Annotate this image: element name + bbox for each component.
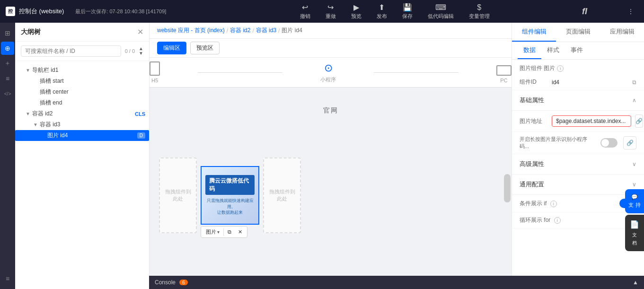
general-config-title[interactable]: 通用配置 ∨ <box>520 180 636 189</box>
publish-button[interactable]: ⬆ 发布 <box>370 1 394 22</box>
right-content: 图片组件 图片 i 组件ID id4 ⧉ 基础属性 ∧ 图片地址 <box>512 60 644 289</box>
tree-node-slot-end[interactable]: 插槽 end <box>15 97 149 108</box>
node-label-container3: 容器 id3 <box>40 121 145 129</box>
node-label-slot-start: 插槽 start <box>40 77 145 85</box>
right-sub-tabs: 数据 样式 事件 <box>512 42 644 60</box>
drop-zone-right[interactable]: 拖拽组件到 此处 <box>263 158 301 233</box>
preview-area-button[interactable]: 预览区 <box>190 42 220 54</box>
breadcrumb-app[interactable]: website 应用 - 首页 (index) <box>157 26 225 35</box>
tab-app-edit-label: 应用编辑 <box>610 28 635 35</box>
left-icon-code[interactable]: </> <box>1 87 14 100</box>
more-button[interactable]: ⋮ <box>623 4 638 19</box>
canvas-image: 腾云云微搭低代码 只需拖拽就能快速构建应用,让数据跑起来 <box>202 167 258 224</box>
device-line-2 <box>374 72 459 73</box>
support-button[interactable]: 💬 支 持 <box>625 189 644 213</box>
outline-arrow-down[interactable]: ▼ <box>139 51 143 56</box>
basic-properties-label: 基础属性 <box>520 96 544 105</box>
left-icons-panel: ⊞ ⊕ ＋ ≡ </> ≡ <box>0 23 15 289</box>
undo-button[interactable]: ↩ 撤销 <box>293 1 317 22</box>
tab-page-edit-label: 页面编辑 <box>566 28 591 35</box>
delete-icon: ✕ <box>238 229 242 235</box>
left-icon-layers[interactable]: ≡ <box>1 72 14 85</box>
condition-label: 条件展示 if i <box>520 200 616 208</box>
canvas-toolbar: 编辑区 预览区 <box>150 39 512 58</box>
h5-device-icon <box>150 61 160 76</box>
left-icon-bottom[interactable]: ≡ <box>1 272 14 285</box>
drop-zone-left-text: 拖拽组件到 此处 <box>165 188 191 203</box>
outline-close-button[interactable]: ✕ <box>137 27 143 36</box>
outline-search-row: 0 / 0 ▲ ▼ <box>15 42 149 61</box>
tab-app-edit[interactable]: 应用编辑 <box>600 23 644 42</box>
breadcrumb-container2[interactable]: 容器 id2 <box>230 26 250 35</box>
tree-node-image4[interactable]: 图片 id4 D <box>15 130 149 141</box>
tree-node-slot-center[interactable]: 插槽 center <box>15 87 149 97</box>
left-icon-home[interactable]: ⊞ <box>1 26 14 40</box>
docs-label: 文档 <box>632 232 637 246</box>
condition-row: 条件展示 if i <box>512 195 644 212</box>
left-icon-component[interactable]: ⊕ <box>1 42 14 55</box>
device-tab-pc[interactable]: PC <box>496 65 512 83</box>
long-press-link-button[interactable]: 🔗 <box>623 136 636 149</box>
toolbar-actions: ↩ 撤销 ↪ 重做 ▶ 预览 ⬆ 发布 💾 保存 ⌨ 低代码编辑 $ 变量管理 <box>166 1 623 22</box>
scroll-handle[interactable] <box>504 174 511 202</box>
image-toolbar-sep <box>223 228 224 236</box>
tab-component-edit[interactable]: 组件编辑 <box>512 23 556 42</box>
subtab-event[interactable]: 事件 <box>565 42 589 59</box>
lowcode-icon: ⌨ <box>435 3 446 12</box>
basic-properties-title[interactable]: 基础属性 ∧ <box>520 96 636 105</box>
miniprogram-label: 小程序 <box>320 76 336 83</box>
preview-button[interactable]: ▶ 预览 <box>344 1 368 22</box>
outline-search-input[interactable] <box>21 45 121 57</box>
advanced-properties-title[interactable]: 高级属性 ∨ <box>520 160 636 168</box>
tree-node-container3[interactable]: ▼ 容器 id3 <box>15 119 149 130</box>
node-cls-container2: CLS <box>135 111 145 117</box>
image-copy-button[interactable]: ⧉ <box>225 228 234 236</box>
redo-button[interactable]: ↪ 重做 <box>319 1 343 22</box>
variables-label: 变量管理 <box>469 13 490 20</box>
save-button[interactable]: 💾 保存 <box>396 1 419 22</box>
image-type-button[interactable]: 图片 ▾ <box>203 228 222 236</box>
long-press-toggle[interactable] <box>600 138 618 148</box>
toolbar: 控 控制台 (website) 最后一次保存: 07-28 10:40:38 [… <box>0 0 644 23</box>
device-tabs: H5 ⊙ 小程序 PC <box>150 58 512 88</box>
tab-page-edit[interactable]: 页面编辑 <box>556 23 600 42</box>
condition-info-icon[interactable]: i <box>550 201 557 207</box>
long-press-link-icon: 🔗 <box>626 140 634 146</box>
loop-label-text: 循环展示 for <box>520 217 550 223</box>
component-id-row: 组件ID id4 ⧉ <box>512 74 644 90</box>
variables-icon: $ <box>477 3 481 12</box>
general-expand-icon: ∨ <box>632 181 636 188</box>
image-header-info-icon[interactable]: i <box>557 65 564 72</box>
save-label: 保存 <box>402 13 413 20</box>
tree-node-slot-start[interactable]: 插槽 start <box>15 76 149 87</box>
docs-icon: 📄 <box>630 220 639 228</box>
canvas-image-container[interactable]: 腾云云微搭低代码 只需拖拽就能快速构建应用,让数据跑起来 <box>201 166 259 225</box>
subtab-data[interactable]: 数据 <box>518 42 541 59</box>
canvas-image-inner: 腾云云微搭低代码 只需拖拽就能快速构建应用,让数据跑起来 <box>202 167 258 224</box>
drop-zone-left[interactable]: 拖拽组件到 此处 <box>159 158 197 233</box>
tree-node-nav1[interactable]: ▼ 导航栏 id1 <box>15 65 149 76</box>
app-title: 控制台 (website) <box>19 7 64 16</box>
breadcrumb-container3[interactable]: 容器 id3 <box>256 26 276 35</box>
outline-tree: ▼ 导航栏 id1 插槽 start 插槽 center 插槽 end ▼ <box>15 61 149 289</box>
subtab-style[interactable]: 样式 <box>541 42 565 59</box>
lowcode-label: 低代码编辑 <box>428 13 454 20</box>
loop-info-icon[interactable]: i <box>554 217 561 224</box>
image-url-input[interactable] <box>552 115 631 127</box>
tree-node-container2[interactable]: ▼ 容器 id2 CLS <box>15 108 149 119</box>
edit-area-button[interactable]: 编辑区 <box>157 42 186 54</box>
docs-button[interactable]: 📄 文档 <box>625 215 644 251</box>
support-label: 支 持 <box>628 202 640 208</box>
lowcode-button[interactable]: ⌨ 低代码编辑 <box>421 1 460 22</box>
component-id-copy-button[interactable]: ⧉ <box>632 79 636 86</box>
canvas-drop-area: 拖拽组件到 此处 腾云云微搭低代码 只需拖拽就能快速构建应用,让数据跑起来 <box>159 111 502 280</box>
image-url-link-button[interactable]: 🔗 <box>635 114 643 128</box>
node-label-image4: 图片 id4 <box>47 131 137 140</box>
node-label-nav1: 导航栏 id1 <box>32 66 145 74</box>
left-icon-add[interactable]: ＋ <box>1 57 14 70</box>
image-delete-button[interactable]: ✕ <box>235 228 245 236</box>
device-tab-h5[interactable]: H5 <box>150 61 160 83</box>
variables-button[interactable]: $ 变量管理 <box>462 1 496 22</box>
device-tab-miniprogram[interactable]: ⊙ 小程序 <box>320 62 336 83</box>
outline-nav-arrows: ▲ ▼ <box>139 46 143 56</box>
